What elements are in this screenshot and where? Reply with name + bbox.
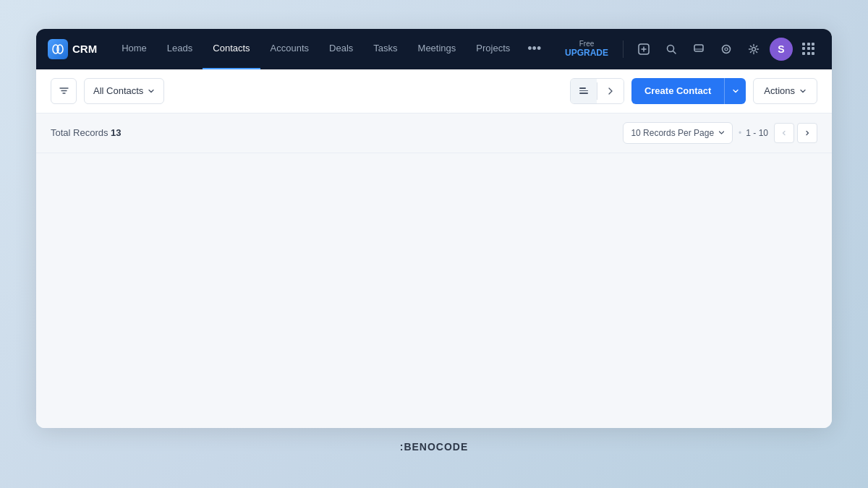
chevron-down-icon xyxy=(148,87,155,95)
chevron-left-icon xyxy=(781,130,787,136)
per-page-chevron-icon xyxy=(718,129,725,136)
user-avatar[interactable]: S xyxy=(770,38,793,61)
navbar: CRM Home Leads Contacts Accounts Deals T… xyxy=(36,29,832,69)
view-toggle xyxy=(570,78,624,104)
chevron-view-icon xyxy=(606,87,615,95)
svg-point-11 xyxy=(752,47,756,51)
nav-projects[interactable]: Projects xyxy=(466,29,520,69)
chevron-view-btn[interactable] xyxy=(597,78,624,104)
content-body xyxy=(36,153,832,428)
search-icon-btn[interactable] xyxy=(660,38,683,61)
total-records-count: 13 xyxy=(111,127,121,138)
main-card: CRM Home Leads Contacts Accounts Deals T… xyxy=(36,29,832,428)
actions-label: Actions xyxy=(764,85,795,96)
actions-chevron-icon xyxy=(799,87,807,95)
create-contact-dropdown-btn[interactable] xyxy=(724,78,746,104)
total-records-label: Total Records 13 xyxy=(51,127,122,138)
create-contact-button[interactable]: Create Contact xyxy=(631,78,724,104)
create-dropdown-icon xyxy=(732,87,739,95)
svg-point-1 xyxy=(57,45,63,53)
contacts-filter-label: All Contacts xyxy=(93,85,143,96)
nav-logo[interactable]: CRM xyxy=(48,39,97,59)
upgrade-free-label: Free xyxy=(579,40,595,48)
chevron-right-icon xyxy=(804,130,810,136)
list-view-btn[interactable] xyxy=(571,78,597,104)
add-icon-btn[interactable] xyxy=(632,38,655,61)
notifications-icon-btn[interactable] xyxy=(687,38,710,61)
pagination-dot: • xyxy=(739,128,741,138)
per-page-label: 10 Records Per Page xyxy=(631,128,714,138)
toolbar: All Contacts Create Contact xyxy=(36,69,832,114)
actions-button[interactable]: Actions xyxy=(753,78,817,104)
filter-button[interactable] xyxy=(51,78,77,104)
svg-point-10 xyxy=(725,48,728,51)
nav-items: Home Leads Contacts Accounts Deals Tasks… xyxy=(111,29,565,69)
settings-icon-btn[interactable] xyxy=(742,38,765,61)
grid-icon xyxy=(802,43,815,56)
footer-logo-text: BENOCODE xyxy=(404,441,468,453)
nav-divider xyxy=(623,40,624,58)
footer-logo: :BENOCODE xyxy=(400,441,469,453)
pagination-info: 1 - 10 xyxy=(746,128,768,138)
nav-more-icon[interactable]: ••• xyxy=(520,41,548,56)
bookmark-icon-btn[interactable] xyxy=(715,38,738,61)
pagination-prev-btn[interactable] xyxy=(774,123,794,143)
nav-right: Free UPGRADE xyxy=(565,38,820,61)
upgrade-label: UPGRADE xyxy=(565,48,608,58)
pagination-next-btn[interactable] xyxy=(797,123,817,143)
per-page-select[interactable]: 10 Records Per Page xyxy=(623,122,733,144)
svg-line-6 xyxy=(673,51,676,53)
nav-meetings[interactable]: Meetings xyxy=(408,29,467,69)
nav-deals[interactable]: Deals xyxy=(319,29,363,69)
grid-menu-icon-btn[interactable] xyxy=(797,38,820,61)
logo-text: CRM xyxy=(72,43,97,55)
nav-upgrade[interactable]: Free UPGRADE xyxy=(565,40,608,58)
page-footer: :BENOCODE xyxy=(400,428,469,460)
content-header: Total Records 13 10 Records Per Page • 1… xyxy=(36,114,832,153)
list-view-icon xyxy=(579,87,588,94)
create-contact-group: Create Contact xyxy=(631,78,746,104)
total-records-text: Total Records xyxy=(51,127,108,138)
contacts-filter-select[interactable]: All Contacts xyxy=(84,78,164,104)
nav-tasks[interactable]: Tasks xyxy=(363,29,407,69)
svg-point-9 xyxy=(723,45,731,53)
nav-accounts[interactable]: Accounts xyxy=(260,29,319,69)
logo-icon xyxy=(48,39,68,59)
nav-leads[interactable]: Leads xyxy=(157,29,203,69)
nav-home[interactable]: Home xyxy=(111,29,157,69)
svg-rect-7 xyxy=(694,45,703,51)
nav-contacts[interactable]: Contacts xyxy=(203,29,260,69)
